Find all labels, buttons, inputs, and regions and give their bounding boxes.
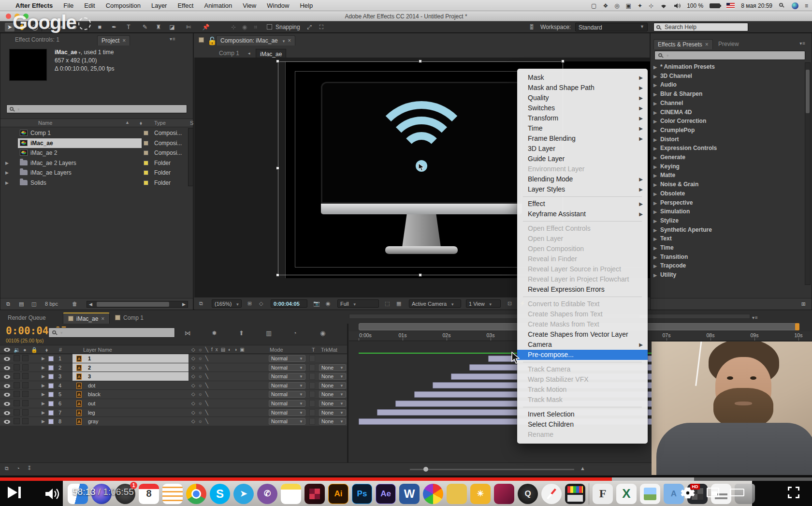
effects-category[interactable]: ▶Matte <box>653 172 803 181</box>
expand-triangle-icon[interactable]: ▶ <box>653 65 657 70</box>
layer-visibility-icon[interactable] <box>4 384 10 388</box>
battery-icon[interactable] <box>710 3 720 8</box>
layer-name[interactable]: gray <box>88 418 98 424</box>
effects-category[interactable]: ▶Keying <box>653 163 803 172</box>
show-channel-icon[interactable]: ◉ <box>326 300 331 307</box>
layer-color-swatch[interactable] <box>48 392 54 397</box>
menu-item-reveal-expression-errors[interactable]: Reveal Expression Errors <box>517 284 648 295</box>
effects-category[interactable]: ▶Audio <box>653 81 803 90</box>
timeline-zoom-slider[interactable] <box>410 469 574 470</box>
layer-color-swatch[interactable] <box>48 419 54 424</box>
dock-icon-photoshop[interactable]: Ps <box>352 484 372 504</box>
frame-blending-icon[interactable]: ▥ <box>266 329 272 337</box>
expand-triangle-icon[interactable]: ▶ <box>653 164 657 169</box>
dock-icon-red-app[interactable] <box>494 484 514 504</box>
layer-visibility-icon[interactable] <box>4 402 10 406</box>
new-composition-icon[interactable]: ◫ <box>31 301 36 307</box>
axis-mode-view-icon[interactable]: ⌗ <box>251 23 261 31</box>
selection-handle[interactable] <box>276 166 279 170</box>
tab-timeline-comp1[interactable]: Comp 1 <box>110 313 148 324</box>
expand-layer-switches-icon[interactable]: ⧉ <box>5 465 9 472</box>
layer-visibility-icon[interactable] <box>4 357 10 361</box>
blend-mode-dropdown[interactable]: Normal▼ <box>269 373 305 380</box>
composition-mini-flowchart-icon[interactable]: ⋈ <box>185 329 191 337</box>
blend-mode-dropdown[interactable]: Normal▼ <box>269 355 305 362</box>
dropbox-icon[interactable]: ❖ <box>603 3 608 9</box>
project-item[interactable]: ▶iMac_ae LayersFolder <box>0 168 193 178</box>
expand-triangle-icon[interactable]: ▶ <box>653 192 657 196</box>
blend-mode-dropdown[interactable]: Normal▼ <box>269 400 305 407</box>
window-manager-icon[interactable]: ▢ <box>591 3 596 9</box>
trkmat-dropdown[interactable]: None▼ <box>319 382 346 389</box>
solo-cell[interactable] <box>22 355 29 361</box>
next-video-button[interactable] <box>8 487 17 498</box>
effects-category[interactable]: ▶Perspective <box>653 199 803 208</box>
blend-mode-dropdown[interactable]: Normal▼ <box>269 382 305 389</box>
expand-triangle-icon[interactable]: ▶ <box>653 128 657 133</box>
axis-mode-local-icon[interactable]: ⊹ <box>229 23 238 31</box>
project-item[interactable]: Comp 1Composi... <box>0 128 193 138</box>
blend-mode-dropdown[interactable]: Normal▼ <box>269 409 305 416</box>
tab-project[interactable]: Project <box>97 35 130 45</box>
expand-triangle-icon[interactable]: ▶ <box>653 255 657 260</box>
layer-expand-icon[interactable]: ▶ <box>42 356 45 361</box>
active-camera-dropdown[interactable]: Active Camera▼ <box>409 299 461 308</box>
project-scrollbar[interactable] <box>188 128 193 186</box>
audio-cell[interactable] <box>14 418 20 424</box>
label-swatch[interactable] <box>144 170 148 175</box>
tab-effect-controls[interactable]: Effect Controls: 1 <box>15 36 59 43</box>
label-swatch[interactable] <box>144 161 148 165</box>
expand-triangle-icon[interactable]: ▶ <box>653 173 657 178</box>
magnification-dropdown[interactable]: (165%)▼ <box>212 299 242 308</box>
layer-name[interactable]: out <box>88 401 95 406</box>
dock-icon-notes[interactable] <box>281 484 301 504</box>
expand-triangle-icon[interactable]: ▶ <box>653 273 657 278</box>
effects-options-icon[interactable]: ⊞ <box>801 301 806 307</box>
solo-cell[interactable] <box>22 409 29 416</box>
tab-render-queue[interactable]: Render Queue <box>3 313 51 324</box>
grid-guides-icon[interactable]: ⊞ <box>247 300 252 307</box>
layer-switches-icons[interactable]: ◇☼╲ <box>191 391 211 397</box>
menu-item-guide-layer[interactable]: Guide Layer <box>517 154 648 164</box>
lock-icon[interactable]: 🔓 <box>207 36 217 45</box>
live-update-icon[interactable]: ✸ <box>212 329 217 337</box>
layer-name[interactable]: leg <box>88 410 95 416</box>
menu-bar-clock[interactable]: 8 мая 20:59 <box>741 2 772 9</box>
blend-mode-dropdown[interactable]: Normal▼ <box>269 364 305 371</box>
expand-triangle-icon[interactable]: ▶ <box>653 92 657 97</box>
tab-composition[interactable]: Composition: iMac_ae▾ <box>216 35 295 45</box>
audio-cell[interactable] <box>14 373 20 379</box>
preserve-transparency-cell[interactable] <box>309 355 315 362</box>
label-swatch[interactable] <box>144 150 148 155</box>
blend-mode-dropdown[interactable]: Normal▼ <box>269 391 305 398</box>
project-item[interactable]: ▶SolidsFolder <box>0 178 193 188</box>
panel-menu-icon[interactable]: ▾≡ <box>170 36 176 42</box>
selection-handle[interactable] <box>419 60 422 63</box>
project-search-input[interactable]: ▾ <box>6 104 187 113</box>
preserve-transparency-cell[interactable] <box>309 418 315 425</box>
preserve-transparency-cell[interactable] <box>309 391 315 398</box>
expand-triangle-icon[interactable]: ▶ <box>653 74 657 79</box>
resolution-dropdown[interactable]: Full▼ <box>337 299 379 308</box>
project-item[interactable]: ▶iMac_ae 2 LayersFolder <box>0 158 193 168</box>
preserve-transparency-cell[interactable] <box>309 373 315 380</box>
solo-cell[interactable] <box>22 391 29 397</box>
effects-category[interactable]: ▶Transition <box>653 253 803 263</box>
expand-triangle-icon[interactable]: ▶ <box>653 146 657 151</box>
layer-expand-icon[interactable]: ▶ <box>42 401 45 406</box>
miniplayer-button[interactable] <box>707 488 719 497</box>
menu-item-blending-mode[interactable]: Blending Mode▶ <box>517 174 648 184</box>
comp-current-time[interactable]: 0:00:04:05 <box>271 299 307 308</box>
layer-name[interactable]: 2 <box>88 365 91 371</box>
transparency-grid-icon[interactable]: ▦ <box>396 300 401 307</box>
creative-cloud-icon[interactable]: ◎ <box>614 3 619 9</box>
menu-edit[interactable]: Edit <box>84 2 95 9</box>
selection-handle[interactable] <box>419 273 422 277</box>
layer-color-swatch[interactable] <box>48 356 54 361</box>
layer-color-swatch[interactable] <box>48 401 54 406</box>
timeline-layer-row[interactable]: ▶3A3◇☼╲Normal▼None▼ <box>0 372 347 381</box>
effects-category[interactable]: ▶3D Channel <box>653 73 803 82</box>
layer-color-swatch[interactable] <box>48 374 54 379</box>
workspace-dropdown[interactable]: Standard▼ <box>575 23 648 31</box>
layer-expand-icon[interactable]: ▶ <box>42 374 45 379</box>
